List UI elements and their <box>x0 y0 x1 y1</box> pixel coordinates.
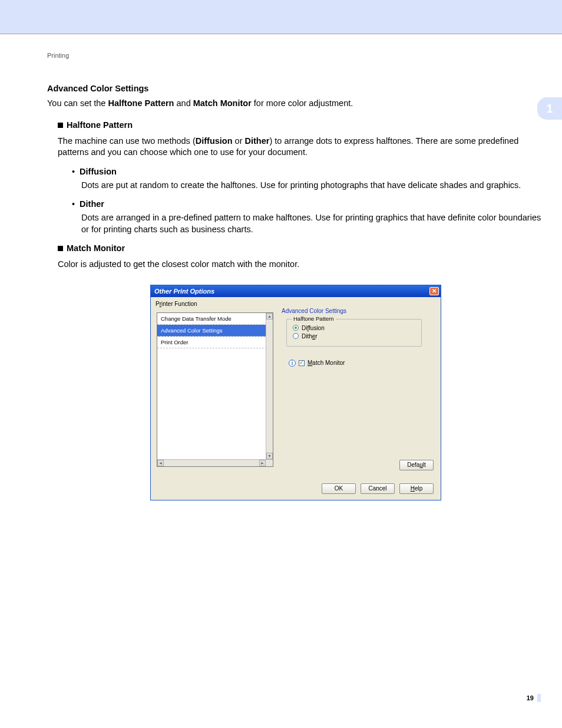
square-bullet-icon <box>58 123 63 128</box>
page-header-band <box>0 0 562 34</box>
dialog-title-text: Other Print Options <box>154 288 214 295</box>
intro-text-a: You can set the <box>47 98 108 108</box>
list-item-selected[interactable]: Advanced Color Settings <box>157 325 273 337</box>
dialog-body: Printer Function Change Data Transfer Mo… <box>151 297 441 500</box>
group-advanced-color: Advanced Color Settings Halftone Pattern… <box>282 308 435 367</box>
hp-body-a: The machine can use two methods ( <box>58 136 196 146</box>
dialog-screenshot: Other Print Options ✕ Printer Function C… <box>150 285 441 500</box>
dialog-titlebar: Other Print Options ✕ <box>151 285 441 297</box>
radio-icon <box>293 333 299 339</box>
halftone-pattern-body: The machine can use two methods (Diffusi… <box>58 136 544 159</box>
cancel-button[interactable]: Cancel <box>361 483 395 494</box>
intro-bold-match: Match Monitor <box>193 98 252 108</box>
match-monitor-label: Match Monitor <box>67 243 125 253</box>
scroll-right-icon[interactable]: ► <box>259 460 266 466</box>
list-item[interactable]: Change Data Transfer Mode <box>157 313 273 325</box>
hp-body-mid: or <box>233 136 245 146</box>
chapter-tab: 1 <box>537 97 562 120</box>
radio-diffusion[interactable]: Diffusion <box>293 325 415 331</box>
vertical-scrollbar[interactable]: ▲ ▼ <box>266 313 273 459</box>
default-button-row: Default <box>399 460 434 470</box>
bullet-dither: • Dither <box>72 199 544 209</box>
page-number: 19 <box>527 694 534 701</box>
dialog-button-row: OK Cancel Help <box>322 483 434 494</box>
scroll-left-icon[interactable]: ◄ <box>157 460 164 466</box>
diffusion-label: Diffusion <box>80 167 117 176</box>
fieldset-halftone-pattern: Halftone Pattern Diffusion Dither <box>286 319 422 347</box>
bullet-diffusion: • Diffusion <box>72 167 544 176</box>
dialog-other-print-options: Other Print Options ✕ Printer Function C… <box>150 285 441 500</box>
list-item[interactable]: Print Order <box>157 337 273 348</box>
dot-bullet-icon: • <box>72 167 75 176</box>
match-monitor-body: Color is adjusted to get the closest col… <box>58 259 544 271</box>
ok-button[interactable]: OK <box>322 483 356 494</box>
scroll-up-icon[interactable]: ▲ <box>266 313 273 319</box>
page-content: Printing Advanced Color Settings You can… <box>0 34 562 500</box>
subitem-match-monitor: Match Monitor <box>58 243 544 253</box>
intro-text-c: and <box>174 98 193 108</box>
dot-bullet-icon: • <box>72 199 75 209</box>
radio-dither[interactable]: Dither <box>293 333 415 340</box>
hp-body-bold2: Dither <box>245 136 270 146</box>
chapter-number: 1 <box>546 102 553 116</box>
page-number-accent <box>537 694 541 702</box>
intro-paragraph: You can set the Halftone Pattern and Mat… <box>47 98 544 110</box>
hp-body-bold1: Diffusion <box>196 136 233 146</box>
horizontal-scrollbar[interactable]: ◄ ► <box>157 459 273 466</box>
subitem-halftone-pattern: Halftone Pattern <box>58 120 544 130</box>
default-button[interactable]: Default <box>399 460 434 470</box>
info-icon[interactable]: i <box>289 360 296 367</box>
right-settings-pane: Advanced Color Settings Halftone Pattern… <box>282 308 435 472</box>
printer-function-label: Printer Function <box>156 301 197 307</box>
dither-label: Dither <box>80 199 104 209</box>
square-bullet-icon <box>58 246 63 251</box>
heading-advanced-color-settings: Advanced Color Settings <box>47 84 544 93</box>
intro-bold-halftone: Halftone Pattern <box>108 98 174 108</box>
printer-function-listbox[interactable]: Change Data Transfer Mode Advanced Color… <box>157 312 273 467</box>
dither-body: Dots are arranged in a pre-defined patte… <box>81 212 544 235</box>
intro-text-e: for more color adjustment. <box>252 98 353 108</box>
halftone-pattern-label: Halftone Pattern <box>67 120 133 130</box>
fieldset-legend: Halftone Pattern <box>292 315 336 322</box>
help-button[interactable]: Help <box>399 483 434 494</box>
group-title: Advanced Color Settings <box>282 308 435 314</box>
radio-icon <box>293 325 299 331</box>
checkbox-match-monitor[interactable]: ✓ <box>299 360 305 366</box>
section-label: Printing <box>47 52 544 59</box>
match-monitor-row: i ✓ Match Monitor <box>289 360 435 367</box>
match-monitor-checkbox-label: Match Monitor <box>308 360 345 366</box>
diffusion-body: Dots are put at random to create the hal… <box>81 180 544 192</box>
scroll-down-icon[interactable]: ▼ <box>266 453 273 459</box>
close-icon[interactable]: ✕ <box>429 287 439 295</box>
